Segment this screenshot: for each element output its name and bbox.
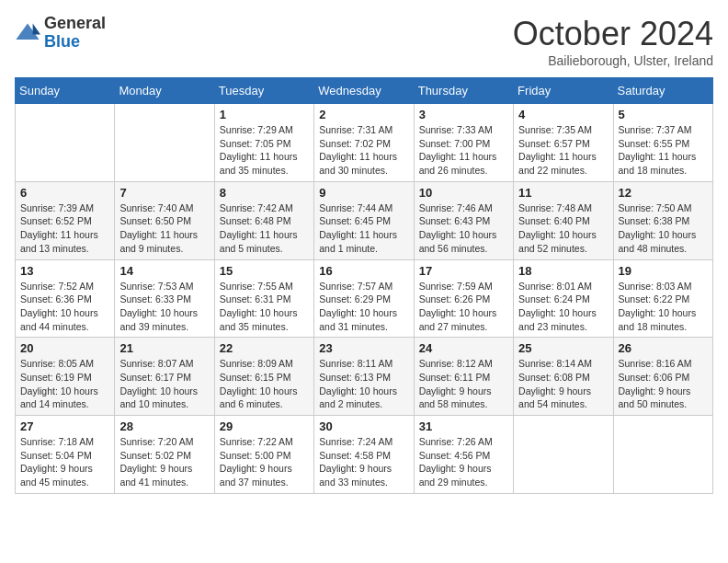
svg-marker-1 bbox=[33, 23, 40, 34]
day-number: 30 bbox=[319, 419, 408, 433]
day-number: 2 bbox=[319, 108, 408, 121]
day-info: Sunrise: 7:22 AM Sunset: 5:00 PM Dayligh… bbox=[220, 435, 309, 489]
day-info: Sunrise: 7:59 AM Sunset: 6:26 PM Dayligh… bbox=[419, 280, 508, 334]
calendar-week-row: 6Sunrise: 7:39 AM Sunset: 6:52 PM Daylig… bbox=[16, 181, 713, 259]
day-number: 11 bbox=[518, 186, 608, 200]
day-number: 28 bbox=[119, 419, 209, 433]
day-info: Sunrise: 7:40 AM Sunset: 6:50 PM Dayligh… bbox=[119, 201, 209, 256]
calendar-cell bbox=[115, 104, 214, 182]
day-number: 5 bbox=[619, 108, 708, 121]
calendar-cell: 20Sunrise: 8:05 AM Sunset: 6:19 PM Dayli… bbox=[16, 338, 115, 416]
day-info: Sunrise: 7:53 AM Sunset: 6:33 PM Dayligh… bbox=[119, 280, 209, 334]
day-number: 25 bbox=[518, 341, 608, 355]
logo-general-text: General bbox=[44, 15, 106, 33]
day-number: 9 bbox=[319, 186, 408, 200]
calendar-cell: 22Sunrise: 8:09 AM Sunset: 6:15 PM Dayli… bbox=[214, 338, 313, 416]
day-number: 26 bbox=[619, 341, 708, 355]
calendar-table: SundayMondayTuesdayWednesdayThursdayFrid… bbox=[15, 77, 713, 494]
day-number: 31 bbox=[419, 419, 508, 433]
day-number: 7 bbox=[119, 186, 209, 200]
calendar-cell: 27Sunrise: 7:18 AM Sunset: 5:04 PM Dayli… bbox=[16, 416, 115, 494]
day-info: Sunrise: 7:37 AM Sunset: 6:55 PM Dayligh… bbox=[619, 123, 708, 178]
day-info: Sunrise: 8:09 AM Sunset: 6:15 PM Dayligh… bbox=[220, 357, 309, 411]
day-info: Sunrise: 7:46 AM Sunset: 6:43 PM Dayligh… bbox=[419, 201, 508, 256]
weekday-header-saturday: Saturday bbox=[613, 78, 712, 104]
calendar-cell: 26Sunrise: 8:16 AM Sunset: 6:06 PM Dayli… bbox=[613, 338, 712, 416]
day-info: Sunrise: 7:31 AM Sunset: 7:02 PM Dayligh… bbox=[319, 123, 408, 178]
location: Bailieborough, Ulster, Ireland bbox=[513, 53, 713, 68]
day-number: 23 bbox=[319, 341, 408, 355]
day-info: Sunrise: 8:07 AM Sunset: 6:17 PM Dayligh… bbox=[119, 357, 209, 411]
calendar-cell: 23Sunrise: 8:11 AM Sunset: 6:13 PM Dayli… bbox=[314, 338, 414, 416]
calendar-cell: 25Sunrise: 8:14 AM Sunset: 6:08 PM Dayli… bbox=[514, 338, 613, 416]
calendar-cell: 21Sunrise: 8:07 AM Sunset: 6:17 PM Dayli… bbox=[115, 338, 214, 416]
weekday-header-friday: Friday bbox=[514, 78, 613, 104]
title-block: October 2024 Bailieborough, Ulster, Irel… bbox=[513, 15, 713, 68]
day-info: Sunrise: 7:48 AM Sunset: 6:40 PM Dayligh… bbox=[518, 201, 608, 256]
calendar-cell bbox=[514, 416, 613, 494]
day-number: 16 bbox=[319, 264, 408, 278]
day-number: 13 bbox=[20, 264, 109, 278]
day-number: 8 bbox=[220, 186, 309, 200]
day-number: 21 bbox=[119, 341, 209, 355]
day-info: Sunrise: 7:39 AM Sunset: 6:52 PM Dayligh… bbox=[20, 201, 109, 256]
logo-text: General Blue bbox=[44, 15, 106, 52]
day-number: 6 bbox=[20, 186, 109, 200]
day-info: Sunrise: 7:20 AM Sunset: 5:02 PM Dayligh… bbox=[119, 435, 209, 489]
logo-blue-text: Blue bbox=[44, 33, 106, 52]
calendar-cell: 2Sunrise: 7:31 AM Sunset: 7:02 PM Daylig… bbox=[314, 104, 414, 182]
calendar-cell: 10Sunrise: 7:46 AM Sunset: 6:43 PM Dayli… bbox=[414, 181, 513, 259]
day-info: Sunrise: 7:52 AM Sunset: 6:36 PM Dayligh… bbox=[20, 280, 109, 334]
day-number: 3 bbox=[419, 108, 508, 121]
day-number: 18 bbox=[518, 264, 608, 278]
day-number: 22 bbox=[220, 341, 309, 355]
weekday-header-monday: Monday bbox=[115, 78, 214, 104]
day-number: 1 bbox=[220, 108, 309, 121]
day-info: Sunrise: 8:01 AM Sunset: 6:24 PM Dayligh… bbox=[518, 280, 608, 334]
weekday-header-sunday: Sunday bbox=[16, 78, 115, 104]
calendar-cell: 28Sunrise: 7:20 AM Sunset: 5:02 PM Dayli… bbox=[115, 416, 214, 494]
month-title: October 2024 bbox=[513, 15, 713, 53]
day-info: Sunrise: 8:16 AM Sunset: 6:06 PM Dayligh… bbox=[619, 357, 708, 411]
calendar-header-row: SundayMondayTuesdayWednesdayThursdayFrid… bbox=[16, 78, 713, 104]
calendar-week-row: 1Sunrise: 7:29 AM Sunset: 7:05 PM Daylig… bbox=[16, 104, 713, 182]
day-info: Sunrise: 8:14 AM Sunset: 6:08 PM Dayligh… bbox=[518, 357, 608, 411]
weekday-header-tuesday: Tuesday bbox=[214, 78, 313, 104]
calendar-cell: 12Sunrise: 7:50 AM Sunset: 6:38 PM Dayli… bbox=[613, 181, 712, 259]
day-number: 14 bbox=[119, 264, 209, 278]
calendar-cell: 31Sunrise: 7:26 AM Sunset: 4:56 PM Dayli… bbox=[414, 416, 513, 494]
calendar-cell: 7Sunrise: 7:40 AM Sunset: 6:50 PM Daylig… bbox=[115, 181, 214, 259]
day-info: Sunrise: 7:44 AM Sunset: 6:45 PM Dayligh… bbox=[319, 201, 408, 256]
day-info: Sunrise: 7:29 AM Sunset: 7:05 PM Dayligh… bbox=[220, 123, 309, 178]
day-number: 4 bbox=[518, 108, 608, 121]
page-header: General Blue October 2024 Bailieborough,… bbox=[15, 15, 713, 68]
calendar-cell: 8Sunrise: 7:42 AM Sunset: 6:48 PM Daylig… bbox=[214, 181, 313, 259]
calendar-cell: 24Sunrise: 8:12 AM Sunset: 6:11 PM Dayli… bbox=[414, 338, 513, 416]
day-info: Sunrise: 8:03 AM Sunset: 6:22 PM Dayligh… bbox=[619, 280, 708, 334]
calendar-cell: 19Sunrise: 8:03 AM Sunset: 6:22 PM Dayli… bbox=[613, 259, 712, 338]
day-info: Sunrise: 8:11 AM Sunset: 6:13 PM Dayligh… bbox=[319, 357, 408, 411]
day-info: Sunrise: 7:18 AM Sunset: 5:04 PM Dayligh… bbox=[20, 435, 109, 489]
logo: General Blue bbox=[15, 15, 106, 52]
calendar-cell: 9Sunrise: 7:44 AM Sunset: 6:45 PM Daylig… bbox=[314, 181, 414, 259]
day-info: Sunrise: 7:42 AM Sunset: 6:48 PM Dayligh… bbox=[220, 201, 309, 256]
calendar-cell: 4Sunrise: 7:35 AM Sunset: 6:57 PM Daylig… bbox=[514, 104, 613, 182]
day-number: 29 bbox=[220, 419, 309, 433]
day-info: Sunrise: 7:57 AM Sunset: 6:29 PM Dayligh… bbox=[319, 280, 408, 334]
calendar-cell: 18Sunrise: 8:01 AM Sunset: 6:24 PM Dayli… bbox=[514, 259, 613, 338]
day-info: Sunrise: 7:24 AM Sunset: 4:58 PM Dayligh… bbox=[319, 435, 408, 489]
calendar-week-row: 13Sunrise: 7:52 AM Sunset: 6:36 PM Dayli… bbox=[16, 259, 713, 338]
day-number: 24 bbox=[419, 341, 508, 355]
day-number: 15 bbox=[220, 264, 309, 278]
calendar-cell: 1Sunrise: 7:29 AM Sunset: 7:05 PM Daylig… bbox=[214, 104, 313, 182]
calendar-cell bbox=[16, 104, 115, 182]
calendar-cell: 29Sunrise: 7:22 AM Sunset: 5:00 PM Dayli… bbox=[214, 416, 313, 494]
calendar-cell: 13Sunrise: 7:52 AM Sunset: 6:36 PM Dayli… bbox=[16, 259, 115, 338]
day-number: 12 bbox=[619, 186, 708, 200]
calendar-week-row: 27Sunrise: 7:18 AM Sunset: 5:04 PM Dayli… bbox=[16, 416, 713, 494]
day-number: 10 bbox=[419, 186, 508, 200]
day-info: Sunrise: 7:26 AM Sunset: 4:56 PM Dayligh… bbox=[419, 435, 508, 489]
day-info: Sunrise: 8:12 AM Sunset: 6:11 PM Dayligh… bbox=[419, 357, 508, 411]
calendar-cell: 5Sunrise: 7:37 AM Sunset: 6:55 PM Daylig… bbox=[613, 104, 712, 182]
calendar-cell: 15Sunrise: 7:55 AM Sunset: 6:31 PM Dayli… bbox=[214, 259, 313, 338]
